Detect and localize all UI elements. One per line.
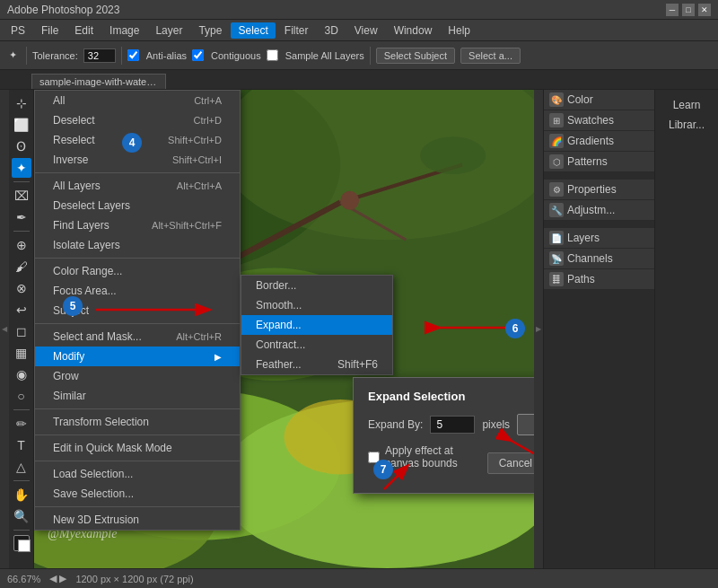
tolerance-input[interactable] [83, 48, 116, 63]
contiguous-checkbox[interactable] [192, 49, 204, 61]
adjustments-panel-header[interactable]: 🔧 Adjustm... [544, 200, 654, 221]
status-bar: 66.67% ◀ ▶ 1200 px × 1200 px (72 ppi) [0, 568, 718, 588]
clone-stamp-tool[interactable]: ⊗ [12, 278, 31, 298]
nav-arrows[interactable]: ◀ ▶ [49, 573, 66, 584]
contract[interactable]: Contract... [241, 335, 392, 355]
select-and-mask[interactable]: Select and Mask...Alt+Ctrl+R [35, 327, 240, 347]
channels-panel-header[interactable]: 📡 Channels [544, 249, 654, 269]
minimize-button[interactable]: ─ [666, 4, 679, 16]
dodge-tool[interactable]: ○ [12, 386, 31, 406]
learn-panel-item[interactable]: Learn [666, 95, 708, 115]
menu-bar: PS File Edit Image Layer Type Select Fil… [0, 20, 718, 41]
blur-tool[interactable]: ◉ [12, 364, 31, 384]
swatches-panel-header[interactable]: ⊞ Swatches [544, 110, 654, 131]
ok-button[interactable]: OK [517, 414, 534, 435]
transform-selection[interactable]: Transform Selection [35, 412, 240, 432]
menu-layer[interactable]: Layer [148, 22, 189, 39]
type-tool[interactable]: T [12, 435, 31, 455]
shape-tool[interactable]: △ [12, 457, 31, 477]
menu-filter[interactable]: Filter [277, 22, 316, 39]
gradients-panel-header[interactable]: 🌈 Gradients [544, 131, 654, 152]
collapse-right-panel[interactable]: ▶ [534, 90, 543, 568]
sep2 [35, 258, 240, 259]
swatches-icon: ⊞ [549, 113, 564, 127]
magic-wand-tool[interactable]: ✦ [5, 48, 21, 63]
new-3d-extrusion[interactable]: New 3D Extrusion [35, 510, 240, 530]
crop-tool[interactable]: ⌧ [12, 186, 31, 206]
file-tab[interactable]: sample-image-with-watermark [31, 74, 166, 89]
menu-select[interactable]: Select [231, 22, 275, 39]
color-panel-header[interactable]: 🎨 Color [544, 90, 654, 110]
sample-all-checkbox[interactable] [267, 49, 278, 61]
select-subject-button[interactable]: Select Subject [376, 48, 455, 64]
tool-separator [13, 181, 30, 182]
foreground-color[interactable] [13, 535, 30, 551]
select-and-mask-button[interactable]: Select a... [460, 48, 521, 64]
move-tool[interactable]: ⊹ [12, 93, 31, 113]
libraries-panel-item[interactable]: Librar... [661, 115, 712, 135]
healing-brush-tool[interactable]: ⊕ [12, 235, 31, 255]
grow[interactable]: Grow [35, 366, 240, 386]
sep3 [35, 323, 240, 324]
close-button[interactable]: ✕ [698, 4, 711, 16]
all-layers[interactable]: All LayersAlt+Ctrl+A [35, 176, 240, 196]
sep4 [35, 408, 240, 409]
expand[interactable]: Expand... [241, 315, 392, 335]
layers-panel-header[interactable]: 📄 Layers [544, 228, 654, 249]
brush-tool[interactable]: 🖌 [12, 257, 31, 276]
menu-type[interactable]: Type [191, 22, 229, 39]
menu-view[interactable]: View [347, 22, 385, 39]
deselect-layers[interactable]: Deselect Layers [35, 196, 240, 215]
step-6: 6 [505, 319, 525, 338]
gradients-icon: 🌈 [549, 134, 564, 148]
maximize-button[interactable]: □ [682, 4, 695, 16]
expand-by-input[interactable] [430, 416, 475, 434]
paths-panel-header[interactable]: 🛤 Paths [544, 269, 654, 290]
hand-tool[interactable]: ✋ [12, 485, 31, 505]
border[interactable]: Border... [241, 276, 392, 295]
history-brush-tool[interactable]: ↩ [12, 300, 31, 320]
select-all[interactable]: AllCtrl+A [35, 91, 240, 110]
menu-window[interactable]: Window [387, 22, 440, 39]
zoom-tool[interactable]: 🔍 [12, 506, 31, 526]
find-layers[interactable]: Find LayersAlt+Shift+Ctrl+F [35, 215, 240, 235]
menu-edit[interactable]: Edit [67, 22, 101, 39]
patterns-panel-header[interactable]: ⬡ Patterns [544, 152, 654, 172]
expand-by-label: Expand By: [368, 418, 423, 431]
eyedropper-tool[interactable]: ✒ [12, 207, 31, 227]
similar[interactable]: Similar [35, 386, 240, 406]
menu-ps[interactable]: PS [4, 22, 32, 39]
cancel-button[interactable]: Cancel [487, 452, 534, 474]
properties-panel-header[interactable]: ⚙ Properties [544, 180, 654, 200]
gradient-tool[interactable]: ▦ [12, 343, 31, 363]
menu-3d[interactable]: 3D [317, 22, 345, 39]
inverse[interactable]: InverseShift+Ctrl+I [35, 150, 240, 170]
collapse-left-panel[interactable]: ◀ [0, 90, 9, 568]
tool-separator-2 [13, 231, 30, 232]
pen-tool[interactable]: ✏ [12, 414, 31, 434]
deselect[interactable]: DeselectCtrl+D [35, 110, 240, 130]
feather[interactable]: Feather...Shift+F6 [241, 355, 392, 374]
isolate-layers[interactable]: Isolate Layers [35, 235, 240, 255]
magic-wand-tool-left[interactable]: ✦ [12, 158, 31, 178]
load-selection[interactable]: Load Selection... [35, 464, 240, 484]
modify-menu-item[interactable]: Modify▶ [35, 347, 240, 366]
quick-mask-mode[interactable]: Edit in Quick Mask Mode [35, 438, 240, 458]
menu-image[interactable]: Image [102, 22, 146, 39]
sample-all-label: Sample All Layers [285, 50, 364, 61]
smooth[interactable]: Smooth... [241, 295, 392, 315]
paths-icon: 🛤 [549, 272, 564, 286]
color-range[interactable]: Color Range... [35, 261, 240, 281]
eraser-tool[interactable]: ◻ [12, 321, 31, 341]
channels-icon: 📡 [549, 251, 564, 266]
dialog-close-button[interactable]: ✕ [533, 389, 534, 403]
anti-alias-checkbox[interactable] [127, 49, 139, 61]
menu-file[interactable]: File [34, 22, 66, 39]
dialog-title: Expand Selection [368, 390, 465, 403]
lasso-tool[interactable]: ʘ [12, 136, 31, 156]
save-selection[interactable]: Save Selection... [35, 484, 240, 504]
sep5 [35, 434, 240, 435]
step-4: 4 [122, 133, 142, 153]
menu-help[interactable]: Help [441, 22, 477, 39]
rectangular-marquee-tool[interactable]: ⬜ [12, 115, 31, 135]
